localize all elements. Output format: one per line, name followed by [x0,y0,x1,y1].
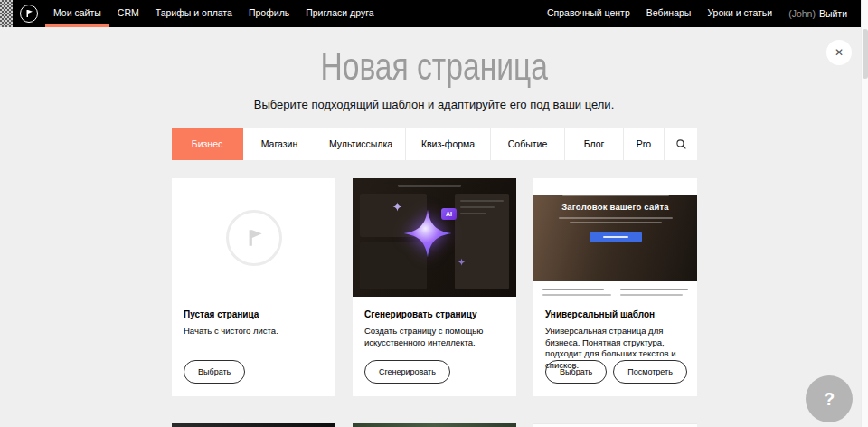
nav-link-help-center[interactable]: Справочный центр [539,0,638,27]
page-subtitle: Выберите подходящий шаблон и адаптируйте… [0,98,868,111]
nav-user-logout[interactable]: (John) Выйти [780,0,855,27]
tilda-mark-circle [226,210,282,266]
tab-quiz-form[interactable]: Квиз-форма [406,128,491,160]
tab-event[interactable]: Событие [491,128,565,160]
close-button[interactable]: ✕ [826,40,852,65]
template-card-universal: Заголовок вашего сайта Универсальный шаб… [533,178,697,396]
tilda-flag-icon [24,8,34,19]
search-icon [675,138,687,150]
universal-preview-image: Заголовок вашего сайта [533,178,697,297]
next-row-card-preview [172,423,335,427]
tab-multilink[interactable]: Мультиссылка [316,128,406,160]
nav-item-profile[interactable]: Профиль [241,0,297,27]
texture-pattern [0,0,13,27]
card-title: Пустая страница [184,309,324,319]
tab-search[interactable] [665,128,697,160]
choose-button[interactable]: Выбрать [184,360,245,384]
tilda-flag-icon [242,226,266,250]
text-line-placeholder [398,185,461,187]
blank-page-preview [172,178,335,297]
template-card-blank-page: Пустая страница Начать с чистого листа. … [172,178,335,396]
text-column-placeholder [542,289,611,297]
sparkle-icon [458,258,466,266]
card-description: Начать с чистого листа. [184,326,324,337]
next-row-card-preview [353,423,516,427]
scrollbar-thumb[interactable] [863,29,868,79]
page-scrollbar [861,0,868,427]
ai-preview-image: AI [353,178,516,297]
tab-pro[interactable]: Pro [624,128,665,160]
text-line-placeholder [562,195,669,196]
template-category-tabs: Бизнес Магазин Мультиссылка Квиз-форма С… [172,128,697,160]
preview-text-section [533,281,697,297]
choose-button[interactable]: Выбрать [545,360,607,384]
preview-site-heading: Заголовок вашего сайта [533,202,697,212]
template-panel-placeholder [455,194,509,289]
page-title: Новая страница [0,45,868,89]
close-icon: ✕ [835,46,844,59]
logout-label: Выйти [819,8,847,19]
card-title: Сгенерировать страницу [364,309,505,319]
nav-link-webinars[interactable]: Вебинары [638,0,700,27]
help-button[interactable]: ? [806,375,853,422]
template-card-ai-generate: AI Сгенерировать страницу Создать страни… [353,178,516,396]
generate-button[interactable]: Сгенерировать [364,360,450,384]
ai-badge: AI [441,208,457,220]
tab-business[interactable]: Бизнес [172,128,243,160]
text-line-placeholder [559,217,673,219]
card-title: Универсальный шаблон [545,309,685,319]
tab-shop[interactable]: Магазин [243,128,316,160]
navbar-right: Справочный центр Вебинары Уроки и статьи… [539,0,855,27]
view-button[interactable]: Посмотреть [613,360,687,384]
card-description: Создать страницу с помощью искусственног… [364,326,505,348]
next-row-card-preview [533,423,697,427]
top-navbar: Мои сайты CRM Тарифы и оплата Профиль Пр… [0,0,868,27]
preview-hero-section: Заголовок вашего сайта [533,195,697,281]
nav-item-billing[interactable]: Тарифы и оплата [147,0,241,27]
nav-link-lessons[interactable]: Уроки и статьи [699,0,780,27]
text-column-placeholder [620,289,689,297]
text-line-placeholder [570,222,662,223]
tab-blog[interactable]: Блог [565,128,624,160]
user-name: (John) [788,8,816,19]
nav-item-my-sites[interactable]: Мои сайты [45,0,109,27]
preview-cta-button [590,232,642,242]
question-icon: ? [824,389,835,410]
tilda-logo[interactable] [20,5,38,23]
nav-item-invite-friend[interactable]: Пригласи друга [297,0,382,27]
nav-item-crm[interactable]: CRM [109,0,147,27]
